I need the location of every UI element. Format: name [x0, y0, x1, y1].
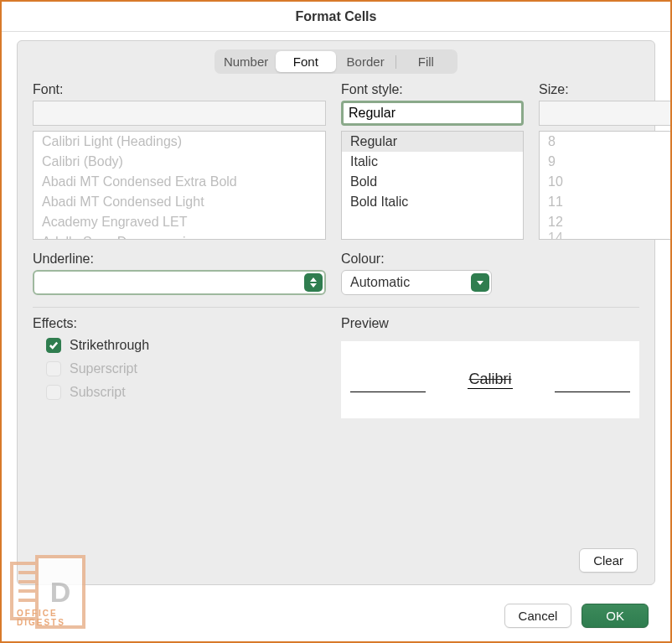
- cancel-button[interactable]: Cancel: [504, 604, 572, 628]
- strikethrough-label: Strikethrough: [70, 338, 149, 353]
- size-listbox[interactable]: 8 9 10 11 12 14: [539, 131, 672, 240]
- tab-bar: Number Font Border Fill: [215, 49, 457, 74]
- font-option[interactable]: Adelle Sans Devanagari: [34, 232, 325, 240]
- font-style-option[interactable]: Bold: [342, 172, 523, 192]
- chevron-down-icon: [471, 273, 489, 292]
- size-option[interactable]: 10: [540, 172, 672, 192]
- font-option[interactable]: Abadi MT Condensed Extra Bold: [34, 172, 325, 192]
- preview-sample-text: Calibri: [468, 371, 512, 389]
- tab-fill[interactable]: Fill: [396, 51, 456, 72]
- watermark-text: OFFICE DIGESTS: [17, 609, 85, 627]
- font-option[interactable]: Abadi MT Condensed Light: [34, 192, 325, 212]
- tab-border[interactable]: Border: [336, 51, 395, 72]
- font-input[interactable]: [33, 101, 326, 126]
- subscript-label: Subscript: [70, 385, 126, 400]
- tab-font[interactable]: Font: [276, 51, 335, 72]
- superscript-label: Superscript: [70, 361, 137, 376]
- font-style-input[interactable]: [341, 101, 524, 126]
- font-style-listbox[interactable]: Regular Italic Bold Bold Italic: [341, 131, 524, 240]
- size-label: Size:: [539, 82, 672, 97]
- underline-label: Underline:: [33, 251, 326, 267]
- effects-label: Effects:: [33, 316, 326, 331]
- dialog-panel: Number Font Border Fill Font: Calibri Li…: [17, 40, 655, 585]
- window-title-text: Format Cells: [296, 9, 377, 24]
- underline-dropdown[interactable]: [33, 270, 326, 295]
- ok-button[interactable]: OK: [582, 604, 649, 628]
- font-style-option[interactable]: Regular: [342, 132, 523, 152]
- checkbox-empty-icon: [46, 385, 61, 400]
- size-option[interactable]: 8: [540, 132, 672, 152]
- font-label: Font:: [33, 82, 326, 97]
- font-option[interactable]: Calibri (Body): [34, 152, 325, 172]
- superscript-row: Superscript: [33, 358, 326, 381]
- font-style-label: Font style:: [341, 82, 524, 97]
- colour-label: Colour:: [341, 251, 492, 267]
- font-option[interactable]: Academy Engraved LET: [34, 212, 325, 232]
- size-input[interactable]: [539, 101, 672, 126]
- stepper-icon: [304, 273, 323, 292]
- preview-label: Preview: [341, 316, 639, 331]
- font-style-option[interactable]: Italic: [342, 152, 523, 172]
- dialog-footer: Cancel OK: [504, 604, 649, 628]
- colour-value: Automatic: [350, 275, 464, 290]
- preview-box: Calibri: [341, 341, 639, 418]
- strikethrough-row[interactable]: Strikethrough: [33, 334, 326, 358]
- tab-number[interactable]: Number: [216, 51, 276, 72]
- preview-underline: [555, 392, 630, 392]
- checkbox-checked-icon: [46, 338, 61, 353]
- font-style-option[interactable]: Bold Italic: [342, 192, 523, 212]
- preview-underline: [350, 392, 426, 392]
- clear-button[interactable]: Clear: [579, 548, 638, 573]
- size-option[interactable]: 9: [540, 152, 672, 172]
- size-option[interactable]: 11: [540, 192, 672, 212]
- colour-dropdown[interactable]: Automatic: [341, 270, 492, 295]
- size-option[interactable]: 14: [540, 232, 672, 240]
- size-option[interactable]: 12: [540, 212, 672, 232]
- font-option[interactable]: Calibri Light (Headings): [34, 132, 325, 152]
- window-title: Format Cells: [2, 2, 670, 32]
- section-divider: [33, 307, 639, 308]
- subscript-row: Subscript: [33, 381, 326, 405]
- checkbox-empty-icon: [46, 361, 61, 376]
- font-listbox[interactable]: Calibri Light (Headings) Calibri (Body) …: [33, 131, 326, 240]
